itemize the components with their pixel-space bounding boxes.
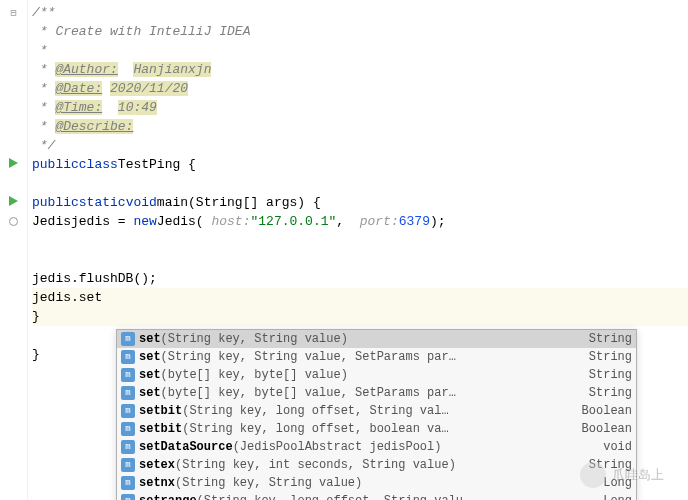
method-icon: m [121,422,135,436]
completion-signature: setex(String key, int seconds, String va… [139,458,577,472]
completion-item[interactable]: mset(String key, String value)String [117,330,636,348]
gutter: ⊟ [0,0,28,500]
param-hint-port: port: [360,214,399,229]
method-icon: m [121,494,135,500]
method-icon: m [121,458,135,472]
keyword-public: public [32,157,79,172]
doc-comment: */ [32,138,55,153]
completion-return-type: String [581,350,632,364]
completion-signature: set(String key, String value) [139,332,577,346]
completion-signature: set(byte[] key, byte[] value, SetParams … [139,386,577,400]
keyword-class: class [79,157,118,172]
completion-signature: setbit(String key, long offset, boolean … [139,422,570,436]
doc-time: 10:49 [118,100,157,115]
completion-popup[interactable]: mset(String key, String value)Stringmset… [116,329,637,500]
completion-signature: set(String key, String value, SetParams … [139,350,577,364]
completion-signature: set(byte[] key, byte[] value) [139,368,577,382]
param-hint-host: host: [211,214,250,229]
completion-item[interactable]: mset(byte[] key, byte[] value)String [117,366,636,384]
method-icon: m [121,440,135,454]
doc-tag-describe: @Describe: [55,119,133,134]
doc-comment: /** [32,5,55,20]
method-main: main [157,195,188,210]
completion-signature: setrange(String key, long offset, String… [139,494,591,500]
method-icon: m [121,368,135,382]
completion-return-type: Boolean [574,422,632,436]
completion-return-type: String [581,332,632,346]
svg-marker-1 [9,196,18,206]
breakpoint-slot[interactable] [9,217,18,226]
doc-comment: * Create with IntelliJ IDEA [32,24,250,39]
completion-signature: setnx(String key, String value) [139,476,591,490]
doc-tag-time: @Time: [55,100,102,115]
fold-icon[interactable]: ⊟ [9,8,18,17]
run-icon[interactable] [9,195,18,210]
completion-return-type: void [595,440,632,454]
completion-signature: setDataSource(JedisPoolAbstract jedisPoo… [139,440,591,454]
number-literal: 6379 [399,214,430,229]
method-icon: m [121,350,135,364]
completion-item[interactable]: msetex(String key, int seconds, String v… [117,456,636,474]
svg-marker-0 [9,158,18,168]
string-literal: "127.0.0.1" [250,214,336,229]
doc-comment: * [32,43,48,58]
method-icon: m [121,332,135,346]
stmt-flushdb: jedis.flushDB(); [32,271,157,286]
method-icon: m [121,404,135,418]
completion-item[interactable]: mset(String key, String value, SetParams… [117,348,636,366]
completion-return-type: String [581,386,632,400]
completion-return-type: String [581,368,632,382]
stmt-set: jedis.set [32,290,110,305]
doc-author: Hanjianxjn [133,62,211,77]
watermark-avatar [580,462,606,488]
completion-signature: setbit(String key, long offset, String v… [139,404,570,418]
completion-item[interactable]: msetbit(String key, long offset, String … [117,402,636,420]
doc-date: 2020/11/20 [110,81,188,96]
watermark-text: 爪哇岛上 [612,466,664,484]
completion-item[interactable]: msetrange(String key, long offset, Strin… [117,492,636,500]
completion-return-type: Long [595,494,632,500]
completion-item[interactable]: mset(byte[] key, byte[] value, SetParams… [117,384,636,402]
completion-item[interactable]: msetDataSource(JedisPoolAbstract jedisPo… [117,438,636,456]
method-icon: m [121,386,135,400]
run-icon[interactable] [9,157,18,172]
completion-return-type: Boolean [574,404,632,418]
class-name: TestPing [118,157,180,172]
doc-tag-date: @Date: [55,81,102,96]
completion-item[interactable]: msetnx(String key, String value)Long [117,474,636,492]
watermark: 爪哇岛上 [580,462,664,488]
doc-tag-author: @Author: [55,62,117,77]
method-icon: m [121,476,135,490]
completion-item[interactable]: msetbit(String key, long offset, boolean… [117,420,636,438]
